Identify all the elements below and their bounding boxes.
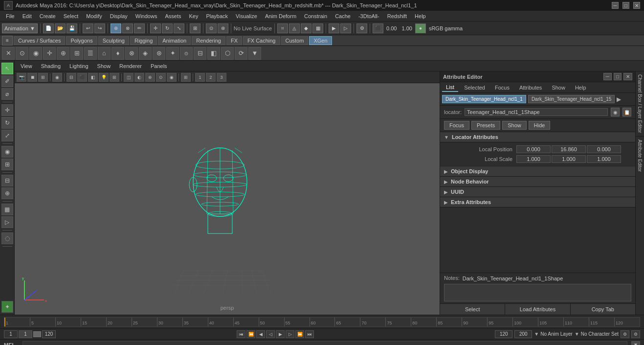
rotate-tool-lt[interactable]: ↻ — [1, 117, 13, 129]
menu-cache[interactable]: Cache — [331, 12, 355, 20]
timeline-ruler[interactable]: 1 5 10 15 20 25 30 35 40 45 50 55 60 65 … — [4, 317, 640, 327]
axis-cross-button[interactable]: ✦ — [1, 301, 13, 313]
shelf-icon-18[interactable]: ⟳ — [235, 47, 247, 60]
render-region-button[interactable]: ▦ — [1, 204, 13, 215]
shelf-options-button[interactable]: ≡ — [2, 36, 13, 46]
menu-anim-deform[interactable]: Anim Deform — [261, 12, 300, 20]
viewport-canvas[interactable]: x y persp — [15, 83, 440, 315]
save-scene-button[interactable]: 💾 — [67, 23, 77, 33]
show-manipulator-button[interactable]: ⊛ — [218, 23, 228, 33]
local-scale-x[interactable] — [516, 155, 551, 163]
presets-button[interactable]: Presets — [471, 121, 500, 130]
vp-res3-btn[interactable]: 3 — [217, 73, 226, 82]
next-frame-btn[interactable]: ▷ — [286, 330, 294, 338]
playback-current-frame[interactable] — [19, 330, 32, 338]
menu-playback[interactable]: Playback — [202, 12, 232, 20]
snap-to-point-button[interactable]: ◆ — [301, 23, 311, 33]
ipr-render-button[interactable]: ▷ — [340, 23, 351, 33]
select-mode-button[interactable]: ↖ — [1, 63, 13, 74]
notes-textarea[interactable] — [444, 284, 631, 301]
vp-menu-renderer[interactable]: Renderer — [115, 62, 146, 70]
menu-windows[interactable]: Windows — [132, 12, 161, 20]
mel-history-btn[interactable]: ▼ — [631, 341, 640, 345]
menu-redshift[interactable]: Redshift — [383, 12, 411, 20]
scale-tool-button[interactable]: ⤡ — [174, 23, 184, 33]
new-scene-button[interactable]: 📄 — [43, 23, 54, 33]
menu-visualize[interactable]: Visualize — [232, 12, 261, 20]
playback-start-field[interactable] — [4, 330, 18, 338]
vp-res2-btn[interactable]: 2 — [206, 73, 216, 82]
vp-wireframe-btn[interactable]: ⊟ — [67, 73, 76, 82]
node-tab-1[interactable]: Dark_Skin_Teenager_Head_ncl1_1 — [442, 95, 526, 103]
render-settings-button[interactable]: ⚙ — [356, 23, 367, 33]
shelf-tab-fx[interactable]: FX — [226, 36, 242, 45]
vp-camera-btn[interactable]: 📷 — [17, 73, 26, 82]
anim-layer-options-btn[interactable]: ⚙ — [621, 330, 629, 338]
shelf-icon-5[interactable]: ⊕ — [57, 47, 69, 60]
jump-end-btn[interactable]: ⏭ — [305, 330, 314, 338]
shelf-tab-rendering[interactable]: Rendering — [192, 36, 225, 45]
timeline-playhead[interactable] — [4, 318, 5, 326]
vp-film-btn[interactable]: ⏹ — [27, 73, 37, 82]
attr-tab-help[interactable]: Help — [571, 84, 590, 92]
play-back-btn[interactable]: ◁ — [266, 330, 275, 338]
attr-tab-show[interactable]: Show — [548, 84, 569, 92]
shelf-tab-xgen[interactable]: XGen — [309, 36, 332, 45]
shelf-tab-fxcaching[interactable]: FX Caching — [243, 36, 280, 45]
shelf-tab-curves[interactable]: Curves / Surfaces — [14, 36, 65, 45]
step-back-btn[interactable]: ⏪ — [246, 330, 255, 338]
show-hide-button[interactable]: ◉ — [1, 146, 13, 158]
object-display-section[interactable]: ▶ Object Display — [440, 166, 635, 177]
menu-key[interactable]: Key — [185, 12, 202, 20]
paint-select-button[interactable]: ✏ — [134, 23, 145, 33]
vp-aa-btn[interactable]: ⊕ — [145, 73, 155, 82]
shelf-icon-8[interactable]: ⌂ — [98, 47, 111, 60]
vp-isolate-btn[interactable]: ◉ — [52, 73, 62, 82]
shelf-icon-1[interactable]: ✕ — [2, 47, 15, 60]
vp-texture-btn[interactable]: ⊞ — [110, 73, 119, 82]
local-position-z[interactable] — [587, 145, 621, 153]
locator-attributes-section[interactable]: ▼ Locator Attributes — [440, 132, 635, 142]
snap-to-view-plane-button[interactable]: ▦ — [312, 23, 323, 33]
menu-constrain[interactable]: Constrain — [300, 12, 331, 20]
shelf-icon-9[interactable]: ♦ — [111, 47, 124, 60]
load-attributes-btn[interactable]: Load Attributes — [505, 304, 570, 315]
vp-menu-show[interactable]: Show — [93, 62, 115, 70]
snap-to-curve-button[interactable]: ◬ — [289, 23, 300, 33]
shelf-icon-2[interactable]: ⊙ — [16, 47, 28, 60]
ipr-lt-button[interactable]: ▷ — [1, 216, 13, 228]
locator-value-input[interactable] — [465, 108, 608, 116]
vp-flat-shade-btn[interactable]: ◧ — [88, 73, 98, 82]
anim-start-field[interactable] — [495, 330, 512, 338]
vp-res1-btn[interactable]: 1 — [195, 73, 205, 82]
shelf-icon-4[interactable]: ✛ — [43, 47, 56, 60]
rotate-tool-button[interactable]: ↻ — [162, 23, 173, 33]
vp-shadow-btn[interactable]: ◫ — [124, 73, 133, 82]
channel-box-label[interactable]: Channel Box / Layer Editor — [636, 71, 644, 137]
anim-end-field[interactable] — [514, 330, 532, 338]
shelf-icon-13[interactable]: ✦ — [166, 47, 179, 60]
attr-tab-focus[interactable]: Focus — [491, 84, 513, 92]
shelf-icon-7[interactable]: ☰ — [84, 47, 97, 60]
snap-button[interactable]: ⊕ — [1, 187, 13, 199]
shelf-tab-rigging[interactable]: Rigging — [130, 36, 157, 45]
menu-select[interactable]: Select — [60, 12, 83, 20]
attr-header-minimize[interactable]: ─ — [603, 73, 612, 80]
menu-edit[interactable]: Edit — [19, 12, 36, 20]
shelf-icon-19[interactable]: ▼ — [248, 47, 261, 60]
shelf-icon-10[interactable]: ⊗ — [125, 47, 138, 60]
node-tab-next[interactable]: ▶ — [617, 96, 621, 103]
vp-ssao-btn[interactable]: ◐ — [134, 73, 144, 82]
shelf-tab-animation[interactable]: Animation — [158, 36, 191, 45]
paint-tool-button[interactable]: ✐ — [1, 75, 13, 87]
hide-button[interactable]: Hide — [529, 121, 551, 130]
shelf-icon-14[interactable]: ⌾ — [180, 47, 193, 60]
snap-to-grid-button[interactable]: ⌗ — [277, 23, 288, 33]
vp-menu-lighting[interactable]: Lighting — [66, 62, 92, 70]
locator-copy-btn[interactable]: 📋 — [622, 108, 631, 116]
scale-tool-lt[interactable]: ⤢ — [1, 130, 13, 141]
node-tab-2[interactable]: Dark_Skin_Teenager_Head_ncl1_15 — [528, 95, 615, 103]
vp-light-btn[interactable]: 💡 — [99, 73, 109, 82]
shelf-icon-16[interactable]: ◧ — [207, 47, 220, 60]
undo-button[interactable]: ↩ — [83, 23, 93, 33]
